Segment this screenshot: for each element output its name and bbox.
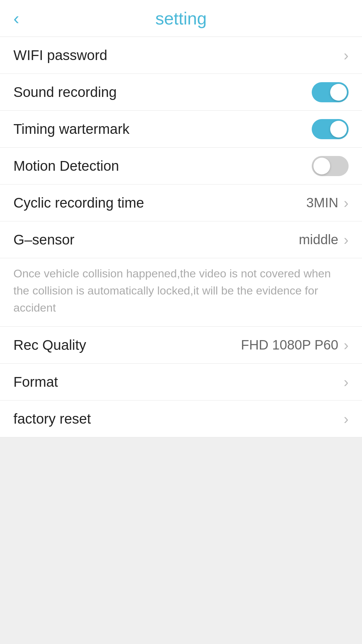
setting-item-cyclic-recording[interactable]: Cyclic recording time 3MIN › [0, 184, 362, 221]
toggle-thumb-sound [330, 84, 347, 101]
setting-value-gsensor: middle [299, 232, 339, 247]
setting-label-timing-watermark: Timing wartermark [13, 121, 129, 137]
setting-item-format[interactable]: Format › [0, 364, 362, 400]
chevron-icon-gsensor: › [344, 232, 349, 247]
header: ‹ setting [0, 0, 362, 37]
setting-label-factory-reset: factory reset [13, 411, 91, 427]
chevron-icon-cyclic: › [344, 196, 349, 210]
setting-item-timing-watermark: Timing wartermark [0, 111, 362, 148]
back-button[interactable]: ‹ [13, 10, 19, 27]
setting-right-sound [312, 82, 349, 102]
setting-item-wifi-password[interactable]: WIFI password › [0, 37, 362, 74]
setting-right-factory-reset: › [344, 412, 349, 426]
setting-value-rec-quality: FHD 1080P P60 [241, 337, 339, 353]
setting-label-motion-detection: Motion Detection [13, 158, 119, 174]
setting-label-format: Format [13, 374, 58, 390]
setting-right-timing [312, 119, 349, 139]
settings-list-top: WIFI password › Sound recording Timing w… [0, 37, 362, 437]
toggle-track-motion [312, 156, 349, 176]
setting-right-wifi: › [344, 48, 349, 63]
setting-item-factory-reset[interactable]: factory reset › [0, 400, 362, 437]
setting-right-rec-quality: FHD 1080P P60 › [241, 337, 349, 353]
chevron-icon-factory-reset: › [344, 412, 349, 426]
setting-item-motion-detection: Motion Detection [0, 148, 362, 184]
chevron-icon-format: › [344, 375, 349, 389]
setting-item-rec-quality[interactable]: Rec Quality FHD 1080P P60 › [0, 327, 362, 364]
chevron-icon-wifi: › [344, 48, 349, 63]
toggle-sound-recording[interactable] [312, 82, 349, 102]
toggle-track-timing [312, 119, 349, 139]
toggle-thumb-motion [313, 158, 330, 174]
setting-label-wifi-password: WIFI password [13, 47, 107, 63]
setting-right-format: › [344, 375, 349, 389]
chevron-icon-rec-quality: › [344, 338, 349, 353]
toggle-track-sound [312, 82, 349, 102]
setting-item-sound-recording: Sound recording [0, 74, 362, 111]
toggle-motion-detection[interactable] [312, 156, 349, 176]
gsensor-description-container: Once vehicle collision happened,the vide… [0, 258, 362, 327]
setting-label-gsensor: G–sensor [13, 232, 74, 248]
setting-right-gsensor: middle › [299, 232, 349, 247]
setting-item-gsensor[interactable]: G–sensor middle › [0, 221, 362, 258]
setting-label-rec-quality: Rec Quality [13, 337, 86, 353]
setting-value-cyclic: 3MIN [306, 195, 339, 210]
toggle-timing-watermark[interactable] [312, 119, 349, 139]
setting-label-sound-recording: Sound recording [13, 84, 117, 100]
page-title: setting [155, 8, 206, 29]
toggle-thumb-timing [330, 121, 347, 138]
setting-right-motion [312, 156, 349, 176]
setting-label-cyclic-recording: Cyclic recording time [13, 195, 144, 211]
gsensor-description-text: Once vehicle collision happened,the vide… [13, 267, 331, 314]
bottom-fill [0, 437, 362, 644]
setting-right-cyclic: 3MIN › [306, 195, 349, 210]
